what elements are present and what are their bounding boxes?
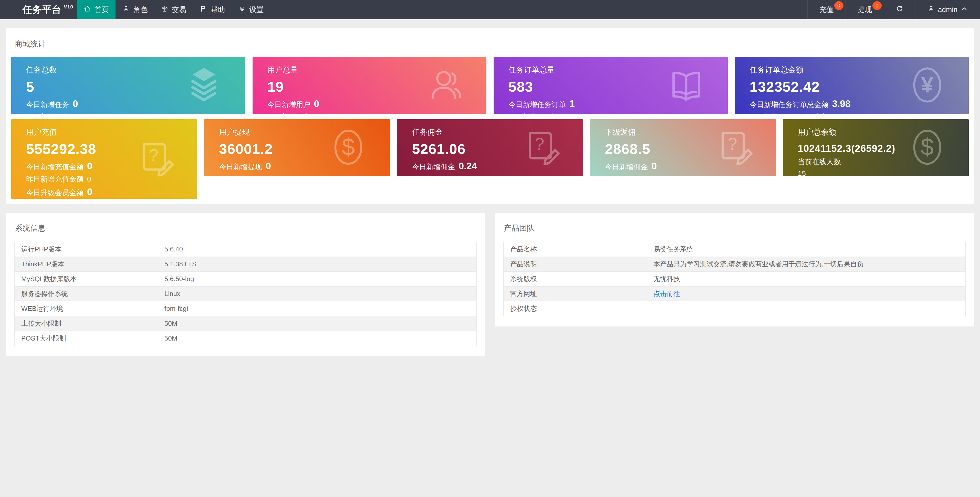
nav-item-help[interactable]: 帮助 (193, 0, 232, 19)
stat-card-sub-rebate: 下级返佣2868.5今日新增佣金0昨日新增佣金0? (590, 119, 776, 176)
subline-label: 今日升级会员金额 (26, 189, 83, 197)
table-row: 产品名称易赞任务系统 (504, 242, 966, 257)
doc-edit-icon: ? (715, 128, 754, 168)
card-subline: 昨日新增任务订单0 (508, 113, 728, 114)
row-label: WEB运行环境 (14, 302, 158, 316)
stats-panel: 商城统计 任务总数5今日新增任务0昨日新增任务0用户总量19今日新增用户0昨日新… (6, 28, 974, 204)
stats-section-title: 商城统计 (11, 28, 969, 57)
chevron-up-icon (961, 5, 968, 14)
subline-value: 0.24 (458, 161, 477, 171)
doc-edit-icon: ? (522, 128, 561, 168)
navbar-right: 充值 0 提现 0 admin (807, 0, 980, 19)
row-label: 官方网址 (504, 286, 647, 302)
users-icon (425, 65, 465, 105)
app-version: V10 (64, 4, 73, 10)
table-row: 系统版权无忧科技 (504, 272, 966, 286)
row-value: 5.6.50-log (158, 272, 477, 286)
system-info-title: 系统信息 (14, 213, 477, 242)
subline-value: 0 (832, 113, 836, 114)
nav-item-home[interactable]: 首页 (77, 0, 116, 19)
row-value: 易赞任务系统 (647, 242, 966, 257)
subline-label: 昨日新增充值金额 (26, 175, 83, 183)
card-subline: 昨日新增用户0 (267, 113, 487, 114)
subline-value: 1 (570, 99, 575, 110)
table-row: POST大小限制50M (14, 331, 477, 346)
card-subline: 15 (798, 170, 969, 176)
row-value: 50M (158, 316, 477, 331)
system-info-panel: 系统信息 运行PHP版本5.6.40ThinkPHP版本5.1.38 LTSMy… (6, 213, 485, 356)
subline-value: 0 (73, 113, 77, 114)
table-row: 授权状态 (504, 302, 966, 316)
stat-card-total-users: 用户总量19今日新增用户0昨日新增用户0 (253, 57, 487, 114)
row-value: 5.1.38 LTS (158, 257, 477, 272)
stat-card-task-commission: 任务佣金5261.06今日新增佣金0.24昨日新增佣金0? (397, 119, 583, 176)
home-icon (83, 5, 91, 14)
subline-label: 昨日新增佣金 (412, 175, 455, 176)
card-title: 用户充值 (26, 127, 197, 138)
table-row: 官方网址点击前往 (504, 286, 966, 302)
subline-label: 昨日新增任务订单总金额 (750, 113, 829, 114)
stat-card-user-recharge: 用户充值555292.38今日新增充值金额0昨日新增充值金额0今日升级会员金额0… (11, 119, 197, 199)
subline-value: 0 (314, 99, 320, 110)
recharge-badge: 0 (834, 1, 843, 10)
subline-value: 0 (266, 175, 270, 176)
book-icon (667, 65, 706, 105)
subline-label: 昨日新增佣金 (605, 175, 648, 176)
nav-item-label: 角色 (133, 5, 148, 14)
row-value: fpm-fcgi (158, 302, 477, 316)
row-label: 授权状态 (504, 302, 647, 316)
subline-value: 0 (87, 175, 91, 183)
top-navbar: 任务平台 V10 首页角色交易帮助设置 充值 0 提现 0 (0, 0, 980, 19)
subline-label: 当前在线人数 (798, 158, 841, 166)
subline-value: 0 (87, 161, 92, 171)
subline-value: 0 (73, 99, 78, 110)
stats-row-1: 任务总数5今日新增任务0昨日新增任务0用户总量19今日新增用户0昨日新增用户0任… (11, 57, 969, 114)
subline-label: 今日新增用户 (267, 101, 310, 109)
svg-text:?: ? (149, 146, 158, 165)
withdraw-button[interactable]: 提现 0 (846, 0, 884, 19)
svg-text:¥: ¥ (921, 73, 933, 97)
nav-item-label: 交易 (172, 5, 186, 14)
nav-item-trade[interactable]: 交易 (154, 0, 193, 19)
card-subline: 今日升级会员金额0 (26, 187, 197, 197)
table-row: 服务器操作系统Linux (14, 286, 477, 302)
nav-item-label: 设置 (249, 5, 264, 14)
refresh-button[interactable] (884, 0, 915, 19)
card-subline: 昨日新增佣金0 (412, 175, 583, 176)
subline-label: 今日新增充值金额 (26, 163, 83, 171)
row-label: 上传大小限制 (14, 316, 158, 331)
row-value: 50M (158, 331, 477, 346)
nav-item-settings[interactable]: 设置 (232, 0, 270, 19)
subline-label: 昨日新增任务订单 (508, 113, 566, 114)
nav-item-roles[interactable]: 角色 (116, 0, 154, 19)
subline-label: 昨日新增任务 (26, 113, 69, 114)
subline-value: 0 (652, 175, 656, 176)
row-label: MySQL数据库版本 (14, 272, 158, 286)
subline-label: 15 (798, 170, 806, 176)
official-site-link[interactable]: 点击前往 (654, 290, 680, 297)
main-menu: 首页角色交易帮助设置 (77, 0, 270, 19)
stats-row-2: 用户充值555292.38今日新增充值金额0昨日新增充值金额0今日升级会员金额0… (11, 119, 969, 199)
subline-value: 0 (458, 175, 463, 176)
system-info-table: 运行PHP版本5.6.40ThinkPHP版本5.1.38 LTSMySQL数据… (14, 242, 477, 346)
stat-card-user-withdraw: 用户提现36001.2今日新增提现0昨日新增提现0$ (204, 119, 390, 176)
withdraw-badge: 0 (872, 1, 881, 10)
row-label: 系统版权 (504, 272, 647, 286)
subline-label: 今日新增佣金 (605, 163, 648, 171)
recharge-button[interactable]: 充值 0 (807, 0, 846, 19)
card-subline: 昨日新增提现0 (219, 175, 390, 176)
user-menu[interactable]: admin (915, 0, 980, 19)
stat-card-total-tasks: 任务总数5今日新增任务0昨日新增任务0 (11, 57, 245, 114)
refresh-icon (896, 5, 904, 14)
nav-item-label: 首页 (94, 5, 109, 14)
doc-edit-icon: ? (136, 139, 175, 179)
row-label: POST大小限制 (14, 331, 158, 346)
yen-icon: ¥ (908, 65, 947, 105)
row-label: 服务器操作系统 (14, 286, 158, 302)
table-row: 运行PHP版本5.6.40 (14, 242, 477, 257)
subline-label: 今日新增任务订单总金额 (750, 101, 829, 109)
row-label: ThinkPHP版本 (14, 257, 158, 272)
row-label: 产品说明 (504, 257, 647, 272)
subline-label: 今日新增任务订单 (508, 101, 566, 109)
stat-card-task-order-amount: 任务订单总金额132352.42今日新增任务订单总金额3.98昨日新增任务订单总… (735, 57, 969, 114)
